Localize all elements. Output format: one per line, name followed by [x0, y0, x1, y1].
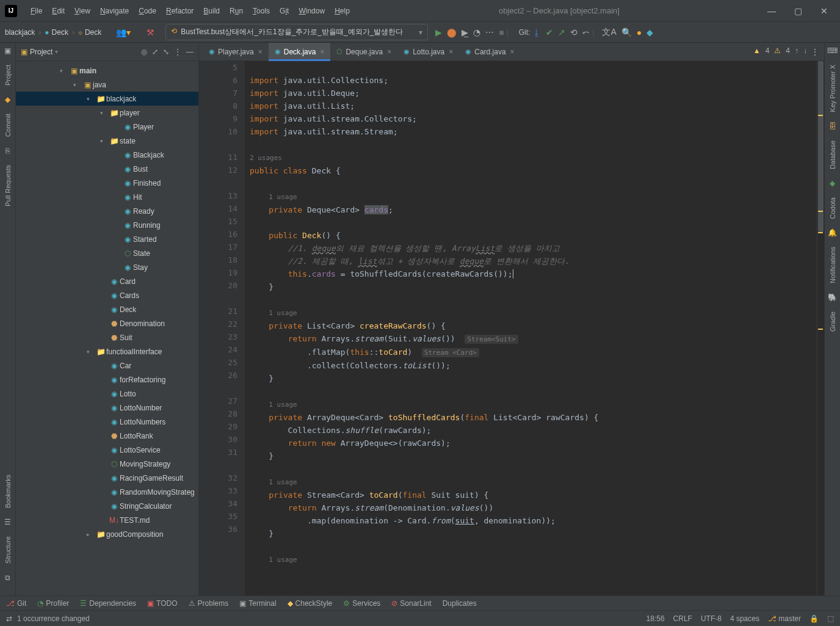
menu-tools[interactable]: Tools [248, 7, 275, 15]
notifications-icon[interactable]: 🔔 [828, 228, 837, 237]
inspection-indicators[interactable]: ▲4 ⚠4 ↑↓ [753, 46, 807, 55]
menu-help[interactable]: Help [330, 7, 355, 15]
tree-goodcomposition[interactable]: ▸📁goodComposition [16, 527, 198, 541]
menu-navigate[interactable]: Navigate [95, 7, 134, 15]
codota-icon[interactable]: ◆ [830, 179, 835, 187]
menu-window[interactable]: Window [294, 7, 330, 15]
breadcrumb-deck-class[interactable]: Deck [52, 28, 68, 37]
stop-icon[interactable]: ■ [499, 27, 504, 37]
tree-player-pkg[interactable]: ▾📁player [16, 106, 198, 120]
keypromoter-icon[interactable]: ⌨ [827, 46, 838, 55]
status-memory-icon[interactable]: ⬚ [827, 614, 834, 623]
tree-deck[interactable]: ◉Deck [16, 302, 198, 316]
more-run-icon[interactable]: ⋯ [485, 27, 494, 37]
close-icon[interactable]: × [320, 48, 324, 56]
tw-git[interactable]: ⎇Git [6, 599, 26, 608]
translate-icon[interactable]: 文A [602, 27, 616, 38]
project-tree[interactable]: ▾▣main ▾▣java ▾📁blackjack ▾📁player ◉Play… [16, 61, 198, 595]
tree-running[interactable]: ◉Running [16, 218, 198, 232]
tree-lottorank[interactable]: ⬣LottoRank [16, 429, 198, 443]
tab-lotto[interactable]: ◉Lotto.java× [397, 43, 459, 61]
tab-deck[interactable]: ◉Deck.java× [269, 43, 331, 61]
editor-scrollbar[interactable] [817, 61, 824, 595]
users-icon[interactable]: 👥▾ [116, 27, 131, 37]
rail-codota[interactable]: Codota [829, 196, 836, 220]
tree-cards[interactable]: ◉Cards [16, 288, 198, 302]
menu-git[interactable]: Git [275, 7, 294, 15]
coverage-icon[interactable]: ▶̲ [462, 27, 468, 37]
menu-view[interactable]: View [70, 7, 95, 15]
status-branch[interactable]: ⎇ master [768, 614, 801, 623]
git-history-icon[interactable]: ⟲ [570, 27, 578, 37]
tree-test-md[interactable]: M↓TEST.md [16, 513, 198, 527]
tree-lottonumbers[interactable]: ◉LottoNumbers [16, 415, 198, 429]
tw-problems[interactable]: ⚠Problems [189, 599, 229, 608]
project-tool-icon[interactable]: ▣ [4, 46, 11, 55]
tree-forrefactoring[interactable]: ◉forRefactoring [16, 373, 198, 387]
minimize-button[interactable]: — [764, 5, 780, 17]
tree-suit[interactable]: ⬣Suit [16, 330, 198, 344]
tree-java[interactable]: ▾▣java [16, 78, 198, 92]
breadcrumb-deck-method[interactable]: Deck [85, 28, 101, 37]
menu-file[interactable]: File [26, 7, 47, 15]
tree-movingstrategy[interactable]: ⬡MovingStrategy [16, 457, 198, 471]
expand-icon[interactable]: ⤢ [152, 48, 158, 56]
menu-code[interactable]: Code [134, 7, 161, 15]
tw-services[interactable]: ⚙Services [343, 599, 380, 608]
tree-bust[interactable]: ◉Bust [16, 162, 198, 176]
debug-icon[interactable]: ⬤ [447, 27, 457, 37]
tree-stringcalculator[interactable]: ◉StringCalculator [16, 499, 198, 513]
tree-blackjack-class[interactable]: ◉Blackjack [16, 148, 198, 162]
tab-card[interactable]: ◉Card.java× [459, 43, 520, 61]
tree-lottoservice[interactable]: ◉LottoService [16, 443, 198, 457]
tree-denomination[interactable]: ⬣Denomination [16, 316, 198, 330]
rail-database[interactable]: Database [829, 139, 836, 170]
tree-card[interactable]: ◉Card [16, 274, 198, 288]
bookmarks-tool-icon[interactable]: ☰ [4, 518, 11, 526]
tw-profiler[interactable]: ◔Profiler [37, 599, 69, 608]
tree-ready[interactable]: ◉Ready [16, 204, 198, 218]
git-commit-icon[interactable]: ✔ [546, 27, 553, 37]
rail-gradle[interactable]: Gradle [829, 310, 836, 333]
commit-tool-icon[interactable]: ◆ [5, 95, 10, 104]
rail-structure[interactable]: Structure [4, 535, 12, 565]
search-icon[interactable]: 🔍 [621, 27, 632, 37]
profile-icon[interactable]: ◔ [473, 27, 480, 37]
tw-sonarlint[interactable]: ⊘SonarLint [391, 599, 431, 608]
tree-functional[interactable]: ▾📁functioalInterface [16, 344, 198, 358]
tw-todo[interactable]: ▣TODO [147, 599, 177, 608]
tree-lottonumber[interactable]: ◉LottoNumber [16, 401, 198, 415]
menu-build[interactable]: Build [198, 7, 225, 15]
scroll-thumb[interactable] [818, 61, 824, 232]
tree-started[interactable]: ◉Started [16, 232, 198, 246]
breadcrumb-blackjack[interactable]: blackjack [5, 28, 35, 37]
rail-keypromoter[interactable]: Key Promoter X [829, 64, 836, 114]
tree-main[interactable]: ▾▣main [16, 64, 198, 78]
close-icon[interactable]: × [449, 48, 453, 56]
run-configuration-select[interactable]: ⟲BustTest.bust상태에서_카드1장을_추가로_받을때_예외가_발생한… [165, 24, 428, 40]
tree-randommoving[interactable]: ◉RandomMovingStrateg [16, 485, 198, 499]
menu-run[interactable]: Run [225, 7, 248, 15]
tree-racinggameresult[interactable]: ◉RacingGameResult [16, 471, 198, 485]
maximize-button[interactable]: ▢ [791, 5, 806, 17]
hammer-icon[interactable]: ⚒ [147, 27, 154, 37]
menu-refactor[interactable]: Refactor [161, 7, 198, 15]
rail-commit[interactable]: Commit [4, 112, 12, 138]
tw-checkstyle[interactable]: ◆CheckStyle [288, 599, 333, 608]
tree-hit[interactable]: ◉Hit [16, 190, 198, 204]
tree-car[interactable]: ◉Car [16, 358, 198, 373]
tree-state[interactable]: ⬡State [16, 246, 198, 260]
rail-notifications[interactable]: Notifications [829, 246, 836, 285]
avatar-icon[interactable]: ● [637, 27, 642, 37]
gradle-icon[interactable]: 🐘 [828, 293, 837, 302]
tree-lotto[interactable]: ◉Lotto [16, 387, 198, 401]
rail-bookmarks[interactable]: Bookmarks [4, 473, 12, 509]
gear-icon[interactable]: ⋮ [174, 48, 181, 56]
target-icon[interactable]: ◎ [141, 48, 147, 56]
structure-tool-icon[interactable]: ⧉ [5, 573, 10, 582]
git-update-icon[interactable]: ⭳ [532, 27, 541, 37]
database-icon[interactable]: 🗄 [829, 122, 836, 131]
breadcrumb[interactable]: blackjack › ●Deck › ⟐Deck [5, 28, 101, 37]
tree-state-pkg[interactable]: ▾📁state [16, 134, 198, 148]
tree-finished[interactable]: ◉Finished [16, 176, 198, 190]
